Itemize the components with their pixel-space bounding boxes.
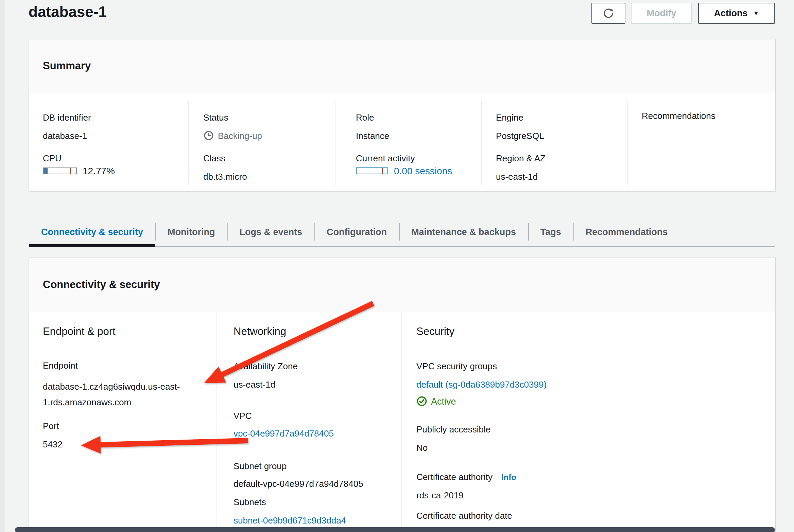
endpoint-port-heading: Endpoint & port <box>43 325 116 338</box>
status-value: Backing-up <box>218 131 262 141</box>
modify-button[interactable]: Modify <box>631 3 692 24</box>
certificate-authority-label-text: Certificate authority <box>416 472 493 482</box>
endpoint-value: database-1.cz4ag6siwqdu.us-east-1.rds.am… <box>43 379 208 410</box>
tab-monitoring[interactable]: Monitoring <box>155 217 227 247</box>
sessions-value[interactable]: 0.00 sessions <box>394 166 452 177</box>
summary-column-divider <box>188 101 189 185</box>
rds-instance-detail-page: database-1 Modify Actions ▼ Summary DB i… <box>0 0 794 532</box>
availability-zone-value: us-east-1d <box>234 379 275 390</box>
networking-heading: Networking <box>234 325 286 338</box>
certificate-authority-date-label: Certificate authority date <box>416 511 512 521</box>
cpu-bar-fill <box>44 168 48 174</box>
tab-label: Monitoring <box>168 227 215 237</box>
cpu-progress-bar <box>43 167 77 174</box>
cpu-threshold-tick <box>70 167 71 174</box>
port-value: 5432 <box>43 439 63 450</box>
active-tab-underline <box>29 244 155 247</box>
vpc-label: VPC <box>234 411 252 421</box>
summary-card: Summary DB identifier database-1 CPU 12.… <box>29 39 776 191</box>
certificate-authority-value: rds-ca-2019 <box>416 490 464 501</box>
connectivity-column-divider <box>217 312 217 532</box>
class-label: Class <box>203 153 225 164</box>
tab-configuration[interactable]: Configuration <box>314 217 399 247</box>
subnet-group-label: Subnet group <box>234 461 287 472</box>
tabbar: Connectivity & security Monitoring Logs … <box>29 217 680 247</box>
summary-column-divider <box>627 101 628 185</box>
left-edge-panel <box>0 0 5 532</box>
summary-card-header <box>29 39 775 93</box>
security-group-link[interactable]: default (sg-0da6389b97d3c0399) <box>416 379 547 390</box>
role-value: Instance <box>356 131 389 141</box>
horizontal-scrollbar-thumb[interactable] <box>15 527 775 532</box>
tab-label: Maintenance & backups <box>411 227 516 237</box>
actions-button[interactable]: Actions ▼ <box>698 3 775 24</box>
tab-label: Recommendations <box>586 227 668 237</box>
page-title: database-1 <box>29 3 107 20</box>
tab-label: Configuration <box>327 227 387 237</box>
tab-connectivity-security[interactable]: Connectivity & security <box>29 217 155 247</box>
connectivity-security-card: Connectivity & security Endpoint & port … <box>29 257 776 532</box>
info-link[interactable]: Info <box>501 473 516 482</box>
refresh-button[interactable] <box>591 3 625 24</box>
publicly-accessible-label: Publicly accessible <box>416 424 490 435</box>
status-label: Status <box>203 112 228 123</box>
vpc-security-groups-label: VPC security groups <box>416 361 497 372</box>
vpc-link[interactable]: vpc-04e997d7a94d78405 <box>234 428 334 439</box>
sessions-threshold-tick <box>382 167 383 174</box>
recommendations-label: Recommendations <box>642 111 715 121</box>
clock-icon <box>203 130 214 141</box>
tab-label: Connectivity & security <box>41 227 143 237</box>
db-identifier-value: database-1 <box>43 131 87 141</box>
role-label: Role <box>356 112 374 123</box>
refresh-icon <box>603 7 614 19</box>
tab-label: Logs & events <box>240 227 303 237</box>
subnet-link-1[interactable]: subnet-0e9b9d671c9d3dda4 <box>234 515 346 526</box>
region-az-label: Region & AZ <box>496 153 546 164</box>
endpoint-label: Endpoint <box>43 360 78 371</box>
modify-button-label: Modify <box>647 8 676 19</box>
engine-label: Engine <box>496 112 523 123</box>
tab-recommendations[interactable]: Recommendations <box>573 217 680 247</box>
tab-maintenance-backups[interactable]: Maintenance & backups <box>399 217 528 247</box>
summary-column-divider <box>335 101 335 185</box>
actions-button-label: Actions <box>714 8 748 19</box>
class-value: db.t3.micro <box>203 172 247 182</box>
summary-column-divider <box>481 101 482 185</box>
tab-logs-events[interactable]: Logs & events <box>227 217 315 247</box>
region-az-value: us-east-1d <box>496 172 538 182</box>
availability-zone-label: Availability Zone <box>234 361 298 372</box>
certificate-authority-label: Certificate authorityInfo <box>416 472 516 482</box>
cpu-label: CPU <box>43 153 62 164</box>
sessions-progress-bar <box>356 167 388 174</box>
current-activity-label: Current activity <box>356 153 415 164</box>
connectivity-card-title: Connectivity & security <box>43 279 160 291</box>
tab-label: Tags <box>540 227 561 237</box>
publicly-accessible-value: No <box>416 443 428 453</box>
chevron-down-icon: ▼ <box>753 10 759 17</box>
subnet-group-value: default-vpc-04e997d7a94d78405 <box>234 479 363 489</box>
subnets-label: Subnets <box>234 497 266 508</box>
port-label: Port <box>43 421 59 431</box>
connectivity-column-divider <box>401 312 402 532</box>
sg-status-value: Active <box>431 396 456 407</box>
tab-tags[interactable]: Tags <box>528 217 573 247</box>
engine-value: PostgreSQL <box>496 131 544 141</box>
check-circle-icon <box>416 396 427 407</box>
cpu-value: 12.77% <box>83 166 115 177</box>
summary-title: Summary <box>43 60 91 72</box>
security-heading: Security <box>416 325 454 338</box>
db-identifier-label: DB identifier <box>43 112 91 123</box>
